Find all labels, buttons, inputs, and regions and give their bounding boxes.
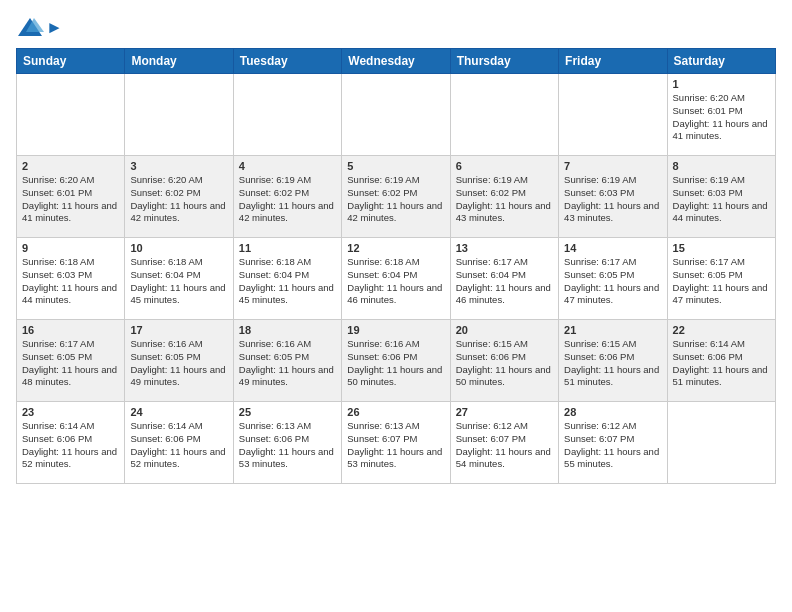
day-number: 28 [564,406,661,418]
day-info: Sunrise: 6:14 AM Sunset: 6:06 PM Dayligh… [130,420,227,471]
calendar-cell: 1Sunrise: 6:20 AM Sunset: 6:01 PM Daylig… [667,74,775,156]
day-number: 14 [564,242,661,254]
day-number: 24 [130,406,227,418]
calendar-cell: 24Sunrise: 6:14 AM Sunset: 6:06 PM Dayli… [125,402,233,484]
day-number: 13 [456,242,553,254]
weekday-header-sunday: Sunday [17,49,125,74]
day-number: 17 [130,324,227,336]
calendar-cell: 28Sunrise: 6:12 AM Sunset: 6:07 PM Dayli… [559,402,667,484]
logo-text: ► [46,18,63,38]
day-number: 3 [130,160,227,172]
calendar-cell: 6Sunrise: 6:19 AM Sunset: 6:02 PM Daylig… [450,156,558,238]
day-number: 27 [456,406,553,418]
day-number: 20 [456,324,553,336]
day-info: Sunrise: 6:16 AM Sunset: 6:05 PM Dayligh… [130,338,227,389]
calendar-table: SundayMondayTuesdayWednesdayThursdayFrid… [16,48,776,484]
weekday-header-tuesday: Tuesday [233,49,341,74]
calendar-cell: 15Sunrise: 6:17 AM Sunset: 6:05 PM Dayli… [667,238,775,320]
day-info: Sunrise: 6:17 AM Sunset: 6:04 PM Dayligh… [456,256,553,307]
day-number: 19 [347,324,444,336]
day-number: 4 [239,160,336,172]
day-info: Sunrise: 6:12 AM Sunset: 6:07 PM Dayligh… [564,420,661,471]
calendar-cell: 19Sunrise: 6:16 AM Sunset: 6:06 PM Dayli… [342,320,450,402]
calendar-cell: 26Sunrise: 6:13 AM Sunset: 6:07 PM Dayli… [342,402,450,484]
day-info: Sunrise: 6:19 AM Sunset: 6:02 PM Dayligh… [456,174,553,225]
day-number: 21 [564,324,661,336]
day-info: Sunrise: 6:18 AM Sunset: 6:03 PM Dayligh… [22,256,119,307]
calendar-cell: 11Sunrise: 6:18 AM Sunset: 6:04 PM Dayli… [233,238,341,320]
calendar-cell [125,74,233,156]
weekday-header-saturday: Saturday [667,49,775,74]
weekday-header-monday: Monday [125,49,233,74]
day-number: 12 [347,242,444,254]
day-info: Sunrise: 6:16 AM Sunset: 6:05 PM Dayligh… [239,338,336,389]
calendar-cell [342,74,450,156]
day-number: 11 [239,242,336,254]
day-info: Sunrise: 6:13 AM Sunset: 6:06 PM Dayligh… [239,420,336,471]
day-number: 23 [22,406,119,418]
calendar-cell: 4Sunrise: 6:19 AM Sunset: 6:02 PM Daylig… [233,156,341,238]
day-info: Sunrise: 6:14 AM Sunset: 6:06 PM Dayligh… [22,420,119,471]
calendar-cell: 23Sunrise: 6:14 AM Sunset: 6:06 PM Dayli… [17,402,125,484]
logo-icon [16,16,44,40]
day-info: Sunrise: 6:14 AM Sunset: 6:06 PM Dayligh… [673,338,770,389]
calendar-cell: 12Sunrise: 6:18 AM Sunset: 6:04 PM Dayli… [342,238,450,320]
weekday-header-friday: Friday [559,49,667,74]
day-number: 16 [22,324,119,336]
day-info: Sunrise: 6:20 AM Sunset: 6:01 PM Dayligh… [673,92,770,143]
calendar-cell: 18Sunrise: 6:16 AM Sunset: 6:05 PM Dayli… [233,320,341,402]
calendar-cell: 10Sunrise: 6:18 AM Sunset: 6:04 PM Dayli… [125,238,233,320]
calendar-cell [17,74,125,156]
day-info: Sunrise: 6:18 AM Sunset: 6:04 PM Dayligh… [130,256,227,307]
calendar-cell: 8Sunrise: 6:19 AM Sunset: 6:03 PM Daylig… [667,156,775,238]
day-number: 5 [347,160,444,172]
calendar-cell [667,402,775,484]
calendar-header: SundayMondayTuesdayWednesdayThursdayFrid… [17,49,776,74]
day-info: Sunrise: 6:17 AM Sunset: 6:05 PM Dayligh… [564,256,661,307]
calendar-cell: 16Sunrise: 6:17 AM Sunset: 6:05 PM Dayli… [17,320,125,402]
calendar-cell: 2Sunrise: 6:20 AM Sunset: 6:01 PM Daylig… [17,156,125,238]
day-info: Sunrise: 6:17 AM Sunset: 6:05 PM Dayligh… [22,338,119,389]
calendar-cell: 21Sunrise: 6:15 AM Sunset: 6:06 PM Dayli… [559,320,667,402]
calendar-cell: 5Sunrise: 6:19 AM Sunset: 6:02 PM Daylig… [342,156,450,238]
day-info: Sunrise: 6:19 AM Sunset: 6:02 PM Dayligh… [347,174,444,225]
calendar-cell [559,74,667,156]
calendar-cell [233,74,341,156]
day-number: 8 [673,160,770,172]
day-number: 1 [673,78,770,90]
calendar-cell: 17Sunrise: 6:16 AM Sunset: 6:05 PM Dayli… [125,320,233,402]
day-info: Sunrise: 6:19 AM Sunset: 6:02 PM Dayligh… [239,174,336,225]
day-number: 26 [347,406,444,418]
day-info: Sunrise: 6:19 AM Sunset: 6:03 PM Dayligh… [564,174,661,225]
calendar-cell: 22Sunrise: 6:14 AM Sunset: 6:06 PM Dayli… [667,320,775,402]
day-info: Sunrise: 6:20 AM Sunset: 6:02 PM Dayligh… [130,174,227,225]
day-number: 2 [22,160,119,172]
day-info: Sunrise: 6:18 AM Sunset: 6:04 PM Dayligh… [347,256,444,307]
day-number: 25 [239,406,336,418]
day-info: Sunrise: 6:12 AM Sunset: 6:07 PM Dayligh… [456,420,553,471]
day-number: 22 [673,324,770,336]
day-info: Sunrise: 6:20 AM Sunset: 6:01 PM Dayligh… [22,174,119,225]
calendar-cell: 25Sunrise: 6:13 AM Sunset: 6:06 PM Dayli… [233,402,341,484]
page-header: ► [16,16,776,40]
day-number: 9 [22,242,119,254]
day-info: Sunrise: 6:13 AM Sunset: 6:07 PM Dayligh… [347,420,444,471]
day-number: 7 [564,160,661,172]
day-number: 15 [673,242,770,254]
calendar-cell: 20Sunrise: 6:15 AM Sunset: 6:06 PM Dayli… [450,320,558,402]
day-info: Sunrise: 6:16 AM Sunset: 6:06 PM Dayligh… [347,338,444,389]
day-info: Sunrise: 6:19 AM Sunset: 6:03 PM Dayligh… [673,174,770,225]
calendar-cell: 9Sunrise: 6:18 AM Sunset: 6:03 PM Daylig… [17,238,125,320]
day-number: 6 [456,160,553,172]
day-info: Sunrise: 6:15 AM Sunset: 6:06 PM Dayligh… [456,338,553,389]
calendar-cell: 14Sunrise: 6:17 AM Sunset: 6:05 PM Dayli… [559,238,667,320]
day-number: 10 [130,242,227,254]
calendar-cell: 13Sunrise: 6:17 AM Sunset: 6:04 PM Dayli… [450,238,558,320]
day-info: Sunrise: 6:17 AM Sunset: 6:05 PM Dayligh… [673,256,770,307]
weekday-header-thursday: Thursday [450,49,558,74]
weekday-header-wednesday: Wednesday [342,49,450,74]
calendar-cell [450,74,558,156]
logo: ► [16,16,63,40]
day-info: Sunrise: 6:15 AM Sunset: 6:06 PM Dayligh… [564,338,661,389]
calendar-cell: 7Sunrise: 6:19 AM Sunset: 6:03 PM Daylig… [559,156,667,238]
